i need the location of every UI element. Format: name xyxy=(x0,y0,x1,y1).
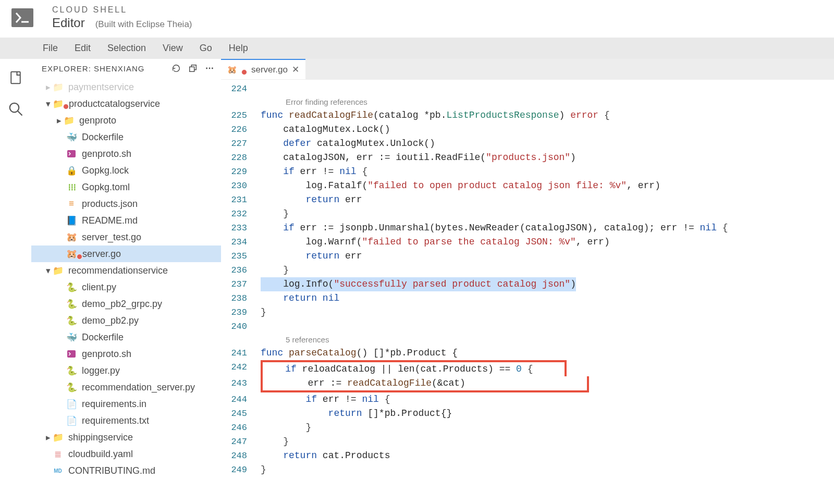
line-number: 243 xyxy=(221,376,254,390)
tree-item-logger-py[interactable]: 🐍logger.py xyxy=(31,362,221,379)
line-number: 234 xyxy=(221,235,254,249)
more-actions-icon[interactable] xyxy=(204,63,215,73)
line-number: 229 xyxy=(221,165,254,179)
line-number: 241 xyxy=(221,346,254,360)
tree-item-genproto-sh[interactable]: genproto.sh xyxy=(31,145,221,162)
line-number: 228 xyxy=(221,151,254,165)
file-tree: ▸📁paymentservice ▾📁productcatalogservice… xyxy=(31,78,221,479)
tree-item-demo-pb2-py[interactable]: 🐍demo_pb2.py xyxy=(31,312,221,329)
tree-item-recommendationservice[interactable]: ▾📁recommendationservice xyxy=(31,262,221,279)
tab-server-go[interactable]: 🐹 server.go ✕ xyxy=(221,59,305,79)
tree-item-products-json[interactable]: ≡products.json xyxy=(31,195,221,212)
svg-point-6 xyxy=(209,68,211,69)
error-badge-icon xyxy=(241,69,247,75)
editor-subtitle: (Built with Eclipse Theia) xyxy=(95,19,192,30)
tree-item-shippingservice[interactable]: ▸📁shippingservice xyxy=(31,429,221,446)
go-file-icon: 🐹 xyxy=(226,65,238,75)
collapse-all-icon[interactable] xyxy=(188,63,198,73)
line-number: 240 xyxy=(221,319,254,334)
line-number: 227 xyxy=(221,137,254,151)
cloud-shell-header: CLOUD SHELL Editor (Built with Eclipse T… xyxy=(0,0,834,38)
menu-bar: File Edit Selection View Go Help xyxy=(0,38,834,59)
tree-item-server-go[interactable]: 🐹server.go xyxy=(31,245,221,262)
svg-point-2 xyxy=(10,103,19,113)
refresh-icon[interactable] xyxy=(171,63,181,73)
tree-item-demo-pb2-grpc-py[interactable]: 🐍demo_pb2_grpc.py xyxy=(31,296,221,312)
annotation-highlight-box: if reloadCatalog || len(cat.Products) ==… xyxy=(261,360,567,376)
cloud-shell-logo xyxy=(11,8,33,27)
svg-rect-8 xyxy=(67,150,76,157)
line-number: 248 xyxy=(221,449,254,463)
editor-title: Editor xyxy=(52,16,85,30)
editor-area: 🐹 server.go ✕ 224 Error finding referenc… xyxy=(221,59,834,501)
tree-item-gopkg-toml[interactable]: ┇┇┇Gopkg.toml xyxy=(31,179,221,195)
tree-item-gopkg-lock[interactable]: 🔒Gopkg.lock xyxy=(31,162,221,179)
line-number: 236 xyxy=(221,263,254,277)
line-number: 246 xyxy=(221,421,254,435)
tab-close-icon[interactable]: ✕ xyxy=(292,64,299,75)
svg-rect-9 xyxy=(67,350,76,358)
line-number: 233 xyxy=(221,221,254,235)
svg-point-7 xyxy=(212,68,213,69)
svg-line-3 xyxy=(18,111,22,116)
svg-point-5 xyxy=(206,68,207,69)
menu-file[interactable]: File xyxy=(43,43,58,54)
explorer-sidebar: EXPLORER: SHENXIANG ▸📁paymentservice ▾📁p… xyxy=(31,59,221,501)
line-number: 226 xyxy=(221,122,254,137)
explorer-title: EXPLORER: SHENXIANG xyxy=(42,64,165,73)
line-number: 224 xyxy=(221,82,254,96)
code-editor[interactable]: 224 Error finding references 225func rea… xyxy=(221,80,834,501)
line-number: 247 xyxy=(221,435,254,449)
tree-item-readme-md[interactable]: 📘README.md xyxy=(31,212,221,229)
line-number: 231 xyxy=(221,193,254,207)
tree-item-genproto-folder[interactable]: ▸📁genproto xyxy=(31,112,221,129)
svg-rect-1 xyxy=(11,72,20,84)
codelens-error-refs[interactable]: Error finding references xyxy=(254,96,367,108)
activity-explorer-icon[interactable] xyxy=(7,69,24,86)
tree-item-contributing-md[interactable]: ▸MDCONTRIBUTING.md xyxy=(31,462,221,479)
tree-item-dockerfile[interactable]: 🐳Dockerfile xyxy=(31,129,221,145)
tab-label: server.go xyxy=(251,65,288,75)
annotation-highlight-box: err := readCatalogFile(&cat) xyxy=(261,376,589,392)
menu-help[interactable]: Help xyxy=(229,43,248,54)
tree-item-requirements-txt[interactable]: 📄requirements.txt xyxy=(31,412,221,429)
line-number: 244 xyxy=(221,392,254,407)
line-number: 242 xyxy=(221,360,254,374)
menu-go[interactable]: Go xyxy=(200,43,212,54)
tree-item-dockerfile-2[interactable]: 🐳Dockerfile xyxy=(31,329,221,346)
tree-item-productcatalogservice[interactable]: ▾📁productcatalogservice xyxy=(31,95,221,112)
menu-view[interactable]: View xyxy=(163,43,183,54)
svg-rect-4 xyxy=(190,67,194,71)
tree-item-recommendation-server-py[interactable]: 🐍recommendation_server.py xyxy=(31,379,221,396)
error-badge-icon xyxy=(77,254,82,260)
line-number: 232 xyxy=(221,207,254,221)
tree-item-client-py[interactable]: 🐍client.py xyxy=(31,279,221,296)
error-badge-icon xyxy=(63,104,69,109)
line-number: 239 xyxy=(221,305,254,319)
cloud-shell-suptitle: CLOUD SHELL xyxy=(52,5,192,15)
line-number: 245 xyxy=(221,407,254,421)
tree-item-requirements-in[interactable]: 📄requirements.in xyxy=(31,396,221,412)
activity-search-icon[interactable] xyxy=(7,101,24,117)
tree-item-genproto-sh-2[interactable]: genproto.sh xyxy=(31,346,221,362)
codelens-5-references[interactable]: 5 references xyxy=(254,334,329,346)
menu-selection[interactable]: Selection xyxy=(107,43,146,54)
tree-item-paymentservice[interactable]: ▸📁paymentservice xyxy=(31,79,221,95)
tab-bar: 🐹 server.go ✕ xyxy=(221,59,834,80)
tree-item-cloudbuild-yaml[interactable]: ▸≣cloudbuild.yaml xyxy=(31,446,221,462)
activity-bar xyxy=(0,59,31,501)
line-number: 249 xyxy=(221,463,254,477)
line-number: 225 xyxy=(221,108,254,122)
line-number: 235 xyxy=(221,249,254,263)
menu-edit[interactable]: Edit xyxy=(75,43,91,54)
tree-item-server-test-go[interactable]: 🐹server_test.go xyxy=(31,229,221,245)
line-number: 238 xyxy=(221,291,254,305)
line-number: 230 xyxy=(221,179,254,193)
line-number: 237 xyxy=(221,277,254,291)
